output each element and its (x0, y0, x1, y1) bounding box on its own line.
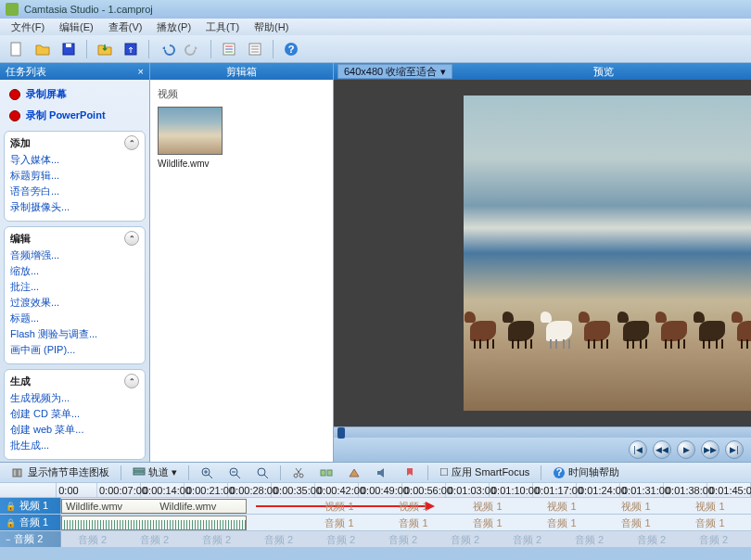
split-button[interactable] (313, 464, 339, 482)
menu-bar: 文件(F) 编辑(E) 查看(V) 播放(P) 工具(T) 帮助(H) (0, 19, 751, 35)
link-create-web-menu[interactable]: 创建 web 菜单... (10, 422, 139, 438)
preview-scrubber[interactable] (334, 426, 751, 438)
tracks-icon (133, 466, 146, 479)
track-video1-label[interactable]: 🔒 视频 1 (0, 498, 61, 514)
forward-button[interactable]: ▶▶ (701, 440, 719, 459)
storyboard-label: 显示情节串连图板 (28, 465, 109, 479)
marker-button[interactable] (397, 464, 423, 482)
separator (280, 465, 281, 480)
group-edit-title: 编辑 (10, 232, 31, 246)
collapse-toggle-icon[interactable]: ⌃ (124, 374, 139, 388)
export-button[interactable] (120, 38, 142, 60)
ghost-label: 音频 1 (302, 515, 376, 530)
clip-item[interactable]: Wildlife.wmv (158, 107, 223, 169)
svg-rect-0 (11, 43, 20, 56)
ruler-tick: 0:00:35:00 (272, 483, 315, 497)
marker-icon (403, 466, 416, 479)
save-button[interactable] (57, 38, 80, 60)
task-panel-close-button[interactable]: × (138, 66, 144, 77)
link-captions[interactable]: 标题... (10, 311, 139, 326)
speaker-icon (376, 466, 388, 479)
track-audio2-lane[interactable]: 音频 2 音频 2 音频 2 音频 2 音频 2 音频 2 音频 2 音频 2 … (61, 531, 751, 547)
collapse-toggle-icon[interactable]: ⌃ (124, 135, 139, 150)
link-record-camera[interactable]: 录制摄像头... (10, 199, 139, 215)
ruler-tick: 0:00:07:00 (97, 483, 141, 497)
link-batch-produce[interactable]: 批生成... (10, 438, 139, 453)
link-callouts[interactable]: 批注... (10, 279, 139, 295)
link-audio-enhance[interactable]: 音频增强... (10, 248, 139, 263)
properties-button[interactable] (218, 38, 240, 60)
link-transitions[interactable]: 过渡效果... (10, 295, 139, 311)
open-button[interactable] (32, 38, 54, 60)
track-audio1-lane[interactable]: 音频 1 音频 1 音频 1 音频 1 音频 1 音频 1 (61, 515, 751, 530)
new-project-button[interactable] (6, 38, 28, 60)
menu-edit[interactable]: 编辑(E) (52, 19, 101, 35)
record-screen-button[interactable]: 录制屏幕 (4, 83, 146, 105)
redo-button[interactable] (182, 38, 204, 60)
collapse-toggle-icon[interactable]: ⌃ (124, 231, 139, 246)
rewind-button[interactable]: ◀◀ (653, 440, 671, 459)
options-button[interactable] (244, 38, 266, 60)
storyboard-toggle-button[interactable]: 显示情节串连图板 (6, 463, 116, 482)
zoom-in-button[interactable] (194, 464, 220, 482)
link-flash-quiz[interactable]: Flash 测验与调查... (10, 326, 139, 342)
tracks-dropdown-button[interactable]: 轨道 ▾ (126, 463, 184, 482)
link-voice-narration[interactable]: 语音旁白... (10, 184, 139, 199)
track-video1[interactable]: 🔒 视频 1 Wildlife.wmv Wildlife.wmv 视频 1 视频… (0, 497, 751, 514)
link-pip[interactable]: 画中画 (PIP)... (10, 342, 139, 358)
help-button[interactable]: ? (280, 38, 302, 60)
link-title-clip[interactable]: 标题剪辑... (10, 168, 139, 184)
record-powerpoint-button[interactable]: 录制 PowerPoint (4, 105, 146, 126)
cut-button[interactable] (286, 464, 312, 482)
title-bar: Camtasia Studio - 1.camproj (0, 0, 751, 19)
link-import-media[interactable]: 导入媒体... (10, 152, 139, 168)
track-audio2[interactable]: − 音频 2 音频 2 音频 2 音频 2 音频 2 音频 2 音频 2 音频 … (0, 530, 751, 547)
smartfocus-checkbox[interactable]: 应用 SmartFocus (433, 463, 536, 482)
track-video1-lane[interactable]: Wildlife.wmv Wildlife.wmv 视频 1 视频 1 视频 1… (61, 498, 751, 514)
video-clip[interactable]: Wildlife.wmv Wildlife.wmv (61, 499, 247, 514)
smartfocus-label: 应用 SmartFocus (452, 465, 529, 479)
ghost-label: 视频 1 (376, 498, 451, 514)
audio-clip[interactable] (61, 515, 247, 530)
import-button[interactable] (94, 38, 116, 60)
preview-dimensions-label: 640x480 收缩至适合 (344, 65, 437, 79)
menu-view[interactable]: 查看(V) (101, 19, 150, 35)
track-audio1-label[interactable]: 🔒 音频 1 (0, 515, 61, 530)
ruler-tick: 0:01:31:00 (620, 483, 664, 497)
audio-button[interactable] (369, 464, 395, 482)
preview-dimensions-dropdown[interactable]: 640x480 收缩至适合 ▾ (337, 64, 452, 79)
zoom-fit-button[interactable] (249, 464, 275, 482)
timeline-ruler[interactable]: 0:00 0:00:07:00 0:00:14:00 0:00:21:00 0:… (0, 482, 751, 497)
task-panel-header: 任务列表 × (0, 63, 149, 80)
ghost-label: 视频 1 (525, 498, 599, 514)
prev-clip-button[interactable]: |◀ (629, 440, 647, 459)
link-produce-video[interactable]: 生成视频为... (10, 390, 139, 406)
playhead-icon[interactable] (337, 427, 345, 439)
lock-icon: 🔒 (6, 518, 16, 528)
clip-name: Wildlife.wmv (159, 501, 216, 512)
next-clip-button[interactable]: ▶| (725, 440, 744, 459)
task-panel: 任务列表 × 录制屏幕 录制 PowerPoint 添加 ⌃ 导入媒体... 标… (0, 63, 150, 462)
menu-play[interactable]: 播放(P) (149, 19, 198, 35)
timeline-toolbar: 显示情节串连图板 轨道 ▾ 应用 SmartFocus ? 时间轴帮助 (0, 462, 751, 482)
fade-icon (348, 466, 361, 479)
undo-button[interactable] (156, 38, 178, 60)
split-icon (320, 466, 333, 479)
lock-icon: 🔒 (6, 502, 16, 511)
preview-viewport[interactable] (334, 80, 751, 426)
menu-tools[interactable]: 工具(T) (198, 19, 247, 35)
timeline-help-button[interactable]: ? 时间轴帮助 (546, 463, 626, 482)
link-create-cd-menu[interactable]: 创建 CD 菜单... (10, 406, 139, 422)
fade-button[interactable] (341, 464, 367, 482)
menu-file[interactable]: 文件(F) (4, 19, 52, 35)
play-button[interactable]: ▶ (677, 440, 695, 459)
zoom-out-button[interactable] (222, 464, 248, 482)
clip-bin-body[interactable]: 视频 Wildlife.wmv (150, 80, 333, 462)
track-audio2-label[interactable]: − 音频 2 (0, 531, 61, 547)
svg-line-20 (236, 475, 240, 478)
menu-help[interactable]: 帮助(H) (247, 19, 296, 35)
track-audio1[interactable]: 🔒 音频 1 音频 1 音频 1 音频 1 音频 1 音频 1 音频 1 (0, 514, 751, 530)
minus-icon: − (6, 535, 10, 544)
ruler-tick: 0:00:56:00 (402, 483, 446, 497)
link-zoom[interactable]: 缩放... (10, 263, 139, 279)
